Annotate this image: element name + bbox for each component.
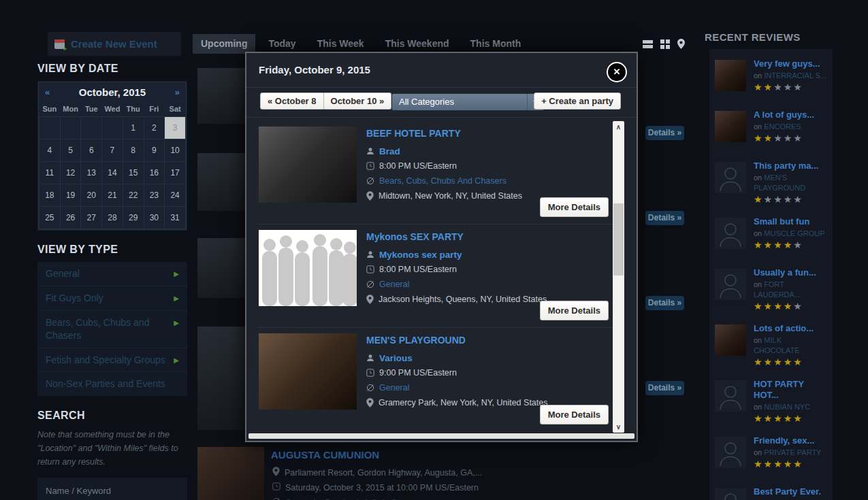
review-event-link[interactable]: ENCORES (764, 122, 801, 131)
vertical-scrollbar[interactable]: ∧ ∨ (613, 121, 624, 433)
event-thumbnail[interactable] (259, 333, 357, 410)
review-event-link[interactable]: MEN'S PLAYGROUND (754, 173, 805, 192)
event-thumbnail[interactable] (197, 447, 264, 500)
details-button[interactable]: Details » (645, 296, 684, 310)
event-thumbnail[interactable] (197, 68, 246, 124)
review-event-link[interactable]: FORT LAUDERDA... (754, 280, 801, 299)
calendar-day-23[interactable]: 23 (144, 184, 165, 207)
more-details-button[interactable]: More Details (540, 197, 609, 217)
calendar-day-17[interactable]: 17 (165, 162, 186, 184)
list-view-icon[interactable] (643, 40, 653, 48)
calendar-day-11[interactable]: 11 (39, 162, 61, 184)
event-title-link[interactable]: MEN'S PLAYGROUND (366, 335, 613, 346)
tab-this-month[interactable]: This Month (462, 34, 530, 54)
event-title-link[interactable]: Mykonos SEX PARTY (366, 231, 613, 242)
event-host-link[interactable]: Various (379, 353, 413, 363)
review-title-link[interactable]: Best Party Ever. (754, 486, 827, 497)
event-thumbnail[interactable] (259, 230, 357, 306)
sidebar-item-non-sex-parties-and-events[interactable]: Non-Sex Parties and Events (37, 372, 187, 396)
tab-today[interactable]: Today (260, 34, 304, 54)
event-thumbnail[interactable] (197, 153, 246, 211)
calendar-day-21[interactable]: 21 (102, 184, 123, 207)
close-icon[interactable]: ✕ (607, 62, 627, 82)
event-thumbnail[interactable] (197, 238, 246, 298)
map-pin-icon[interactable] (677, 39, 685, 49)
calendar-day-10[interactable]: 10 (165, 139, 186, 162)
tab-upcoming[interactable]: Upcoming (193, 34, 255, 54)
review-event-link[interactable]: NUBIAN NYC (764, 403, 810, 411)
review-event-link[interactable]: PRIVATE PARTY (764, 448, 821, 456)
event-category-link[interactable]: General (379, 383, 409, 393)
create-party-button[interactable]: + Create an party (534, 93, 621, 110)
next-day-button[interactable]: October 10 » (324, 93, 392, 110)
horizontal-scrollbar[interactable] (248, 433, 634, 439)
review-title-link[interactable]: Small but fun (754, 216, 827, 227)
calendar-day-31[interactable]: 31 (165, 207, 186, 229)
calendar-day-28[interactable]: 28 (102, 207, 123, 229)
calendar-day-24[interactable]: 24 (165, 184, 186, 207)
avatar[interactable] (715, 162, 746, 193)
details-button[interactable]: Details » (645, 211, 684, 225)
avatar[interactable] (715, 488, 746, 500)
details-button[interactable]: Details » (645, 126, 684, 140)
review-title-link[interactable]: Very few guys... (754, 59, 827, 69)
tab-this-weekend[interactable]: This Weekend (377, 34, 457, 54)
review-thumbnail[interactable] (715, 60, 746, 91)
calendar-day-2[interactable]: 2 (144, 117, 165, 139)
calendar-day-13[interactable]: 13 (81, 162, 102, 184)
calendar-day-7[interactable]: 7 (102, 139, 123, 162)
calendar-day-29[interactable]: 29 (123, 207, 144, 229)
avatar[interactable] (715, 269, 746, 300)
sidebar-item-general[interactable]: General▶ (37, 262, 187, 286)
review-title-link[interactable]: A lot of guys... (754, 110, 827, 120)
event-host-link[interactable]: Brad (379, 146, 400, 156)
scrollbar-thumb[interactable] (613, 203, 624, 276)
review-title-link[interactable]: Usually a fun... (754, 267, 827, 278)
review-title-link[interactable]: Lots of actio... (754, 323, 827, 334)
category-filter-dropdown[interactable]: All Categories (391, 93, 545, 111)
scroll-down-icon[interactable]: ∨ (613, 423, 624, 431)
event-host-link[interactable]: Mykonos sex party (379, 250, 462, 260)
review-event-link[interactable]: INTERRACIAL S... (764, 71, 826, 80)
calendar-prev-button[interactable]: « (45, 87, 50, 97)
sidebar-item-fetish-and-specialty-groups[interactable]: Fetish and Specialty Groups▶ (37, 348, 187, 373)
event-thumbnail[interactable] (197, 327, 246, 430)
more-details-button[interactable]: More Details (540, 405, 609, 424)
review-thumbnail[interactable] (715, 111, 746, 142)
calendar-day-15[interactable]: 15 (123, 162, 144, 184)
calendar-day-14[interactable]: 14 (102, 162, 123, 184)
review-event-link[interactable]: MILK CHOCOLATE (754, 336, 800, 354)
sidebar-item-bears-cubs-chubs-and-chasers[interactable]: Bears, Cubs, Chubs and Chasers▶ (37, 311, 187, 348)
event-category-link[interactable]: Bears, Cubs, Chubs And Chasers (379, 176, 507, 186)
calendar-day-6[interactable]: 6 (81, 139, 102, 162)
calendar-day-1[interactable]: 1 (123, 117, 144, 139)
calendar-day-9[interactable]: 9 (144, 139, 165, 162)
review-title-link[interactable]: HOT PARTY HOT... (754, 379, 827, 401)
review-thumbnail[interactable] (715, 324, 746, 356)
event-title-link[interactable]: BEEF HOTEL PARTY (366, 128, 613, 139)
avatar[interactable] (715, 437, 746, 468)
avatar[interactable] (715, 218, 746, 249)
calendar-day-20[interactable]: 20 (81, 184, 102, 207)
calendar-day-18[interactable]: 18 (39, 184, 61, 207)
more-details-button[interactable]: More Details (540, 301, 609, 320)
calendar-day-12[interactable]: 12 (60, 162, 81, 184)
grid-view-icon[interactable] (660, 39, 670, 49)
calendar-day-25[interactable]: 25 (39, 207, 61, 229)
prev-day-button[interactable]: « October 8 (260, 93, 324, 110)
calendar-day-19[interactable]: 19 (60, 184, 81, 207)
calendar-day-8[interactable]: 8 (123, 139, 144, 162)
calendar-day-27[interactable]: 27 (81, 207, 102, 229)
scroll-up-icon[interactable]: ∧ (613, 123, 624, 131)
calendar-day-3[interactable]: 3 (165, 117, 186, 139)
event-thumbnail[interactable] (259, 127, 357, 203)
calendar-day-26[interactable]: 26 (60, 207, 81, 229)
calendar-day-30[interactable]: 30 (144, 207, 165, 229)
calendar-day-4[interactable]: 4 (39, 139, 61, 162)
background-event-title[interactable]: AUGUSTA CUMUNION (271, 449, 379, 461)
calendar-day-22[interactable]: 22 (123, 184, 144, 207)
calendar-next-button[interactable]: » (175, 87, 180, 97)
create-new-event-button[interactable]: Create New Event (48, 32, 181, 56)
review-title-link[interactable]: Friendly, sex... (754, 435, 827, 446)
review-title-link[interactable]: This party ma... (754, 161, 827, 171)
